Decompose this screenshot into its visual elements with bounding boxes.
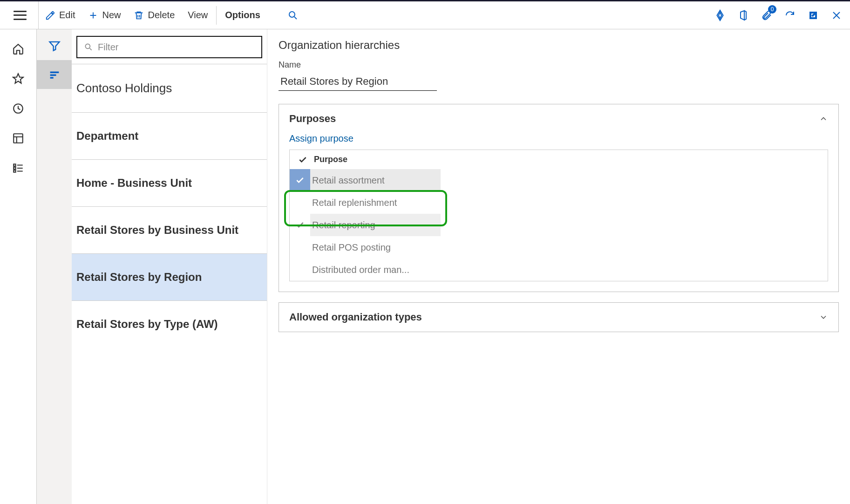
allowed-types-title: Allowed organization types: [289, 311, 422, 323]
search-icon: [287, 10, 299, 21]
purpose-row[interactable]: Retail replenishment: [290, 191, 828, 214]
delete-button[interactable]: Delete: [127, 1, 181, 29]
filter-tool[interactable]: [37, 31, 72, 60]
nav-recent[interactable]: [0, 94, 37, 123]
popout-button[interactable]: [802, 1, 825, 29]
filter-box[interactable]: [76, 36, 262, 58]
options-button[interactable]: Options: [218, 1, 267, 29]
close-button[interactable]: [825, 1, 848, 29]
trash-icon: [134, 10, 144, 20]
sort-tool[interactable]: [37, 60, 72, 89]
purpose-check[interactable]: [290, 169, 310, 191]
refresh-button[interactable]: [778, 1, 802, 29]
edit-button[interactable]: Edit: [39, 1, 82, 29]
chevron-down-icon: [819, 313, 828, 322]
view-label: View: [188, 10, 208, 20]
nav-modules[interactable]: [0, 153, 37, 183]
search-button[interactable]: [281, 1, 305, 29]
check-column-icon: [298, 155, 314, 164]
purpose-row[interactable]: Retail POS posting: [290, 236, 828, 259]
svg-point-0: [289, 12, 295, 17]
attach-badge: 0: [768, 5, 776, 14]
list-item[interactable]: Home - Business Unit: [72, 159, 267, 206]
purpose-table: Purpose Retail assortmentRetail replenis…: [289, 150, 828, 281]
office-icon: [738, 10, 749, 21]
purpose-column-label: Purpose: [314, 155, 347, 164]
purpose-check[interactable]: [290, 236, 310, 259]
purpose-check[interactable]: [290, 259, 310, 281]
chevron-up-icon: [819, 114, 828, 123]
delete-label: Delete: [148, 10, 175, 20]
list-item[interactable]: Retail Stores by Region: [72, 253, 267, 300]
purpose-label: Distributed order man...: [310, 265, 828, 275]
office-button[interactable]: [732, 1, 755, 29]
svg-rect-3: [14, 164, 15, 166]
detail-pane: Organization hierarchies Name Retail Sto…: [267, 29, 850, 504]
nav-rail: [0, 29, 37, 504]
list-item[interactable]: Contoso Holdings: [72, 64, 267, 112]
view-button[interactable]: View: [181, 1, 214, 29]
nav-home[interactable]: [0, 34, 37, 64]
list-item[interactable]: Retail Stores by Business Unit: [72, 206, 267, 253]
assign-purpose-link[interactable]: Assign purpose: [289, 133, 354, 144]
list-item[interactable]: Retail Stores by Type (AW): [72, 300, 267, 347]
attachments-button[interactable]: 0: [755, 1, 778, 29]
new-label: New: [102, 10, 121, 20]
edit-label: Edit: [59, 10, 75, 20]
name-field-label: Name: [279, 60, 839, 70]
purpose-row[interactable]: Retail reporting: [290, 214, 828, 236]
purpose-check[interactable]: [290, 214, 310, 236]
filter-input[interactable]: [98, 42, 261, 53]
power-apps-icon: [714, 9, 726, 21]
allowed-types-header[interactable]: Allowed organization types: [279, 303, 838, 332]
purpose-label: Retail POS posting: [310, 242, 828, 253]
purpose-label: Retail assortment: [310, 169, 441, 191]
filter-search-icon: [84, 42, 93, 52]
popout-icon: [808, 10, 819, 21]
purposes-header[interactable]: Purposes: [279, 104, 838, 133]
purpose-row[interactable]: Distributed order man...: [290, 259, 828, 281]
refresh-icon: [784, 10, 796, 21]
allowed-types-card: Allowed organization types: [279, 302, 839, 332]
svg-rect-2: [14, 134, 23, 143]
name-field-value[interactable]: Retail Stores by Region: [279, 73, 437, 91]
purpose-row[interactable]: Retail assortment: [290, 169, 828, 191]
purpose-label: Retail reporting: [310, 214, 441, 236]
toolbar: Edit New Delete View Options: [0, 1, 850, 29]
svg-point-6: [85, 44, 90, 48]
nav-favorites[interactable]: [0, 64, 37, 94]
list-item[interactable]: Department: [72, 112, 267, 159]
options-label: Options: [225, 10, 260, 20]
power-apps-button[interactable]: [708, 1, 732, 29]
svg-rect-4: [14, 167, 15, 169]
list-pane: Contoso HoldingsDepartmentHome - Busines…: [72, 29, 267, 504]
nav-workspaces[interactable]: [0, 123, 37, 153]
plus-icon: [88, 10, 98, 20]
edit-icon: [45, 10, 55, 20]
hierarchy-list: Contoso HoldingsDepartmentHome - Busines…: [72, 64, 267, 504]
new-button[interactable]: New: [82, 1, 127, 29]
purpose-check[interactable]: [290, 191, 310, 214]
purpose-table-header: Purpose: [290, 150, 828, 169]
hamburger-menu-icon[interactable]: [14, 11, 27, 20]
purposes-card: Purposes Assign purpose Purpose Retail a…: [279, 104, 839, 292]
purposes-title: Purposes: [289, 113, 336, 125]
page-title: Organization hierarchies: [279, 39, 839, 52]
list-tool-rail: [37, 29, 72, 504]
close-icon: [831, 10, 842, 21]
purpose-label: Retail replenishment: [310, 198, 828, 208]
svg-rect-5: [14, 170, 15, 172]
